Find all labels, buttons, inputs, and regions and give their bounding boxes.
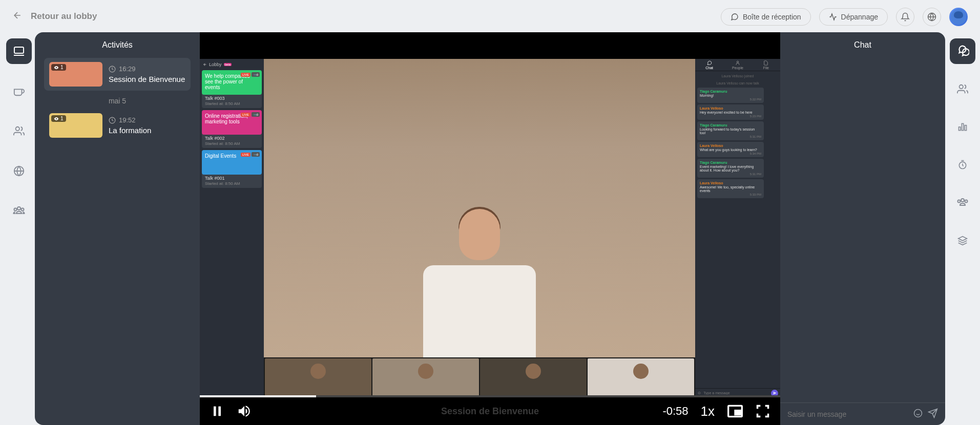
chat-message: Laura VellosoWhat are you guys looking t… bbox=[697, 142, 764, 157]
embedded-sidebar-right: Chat People File Laura Velloso joined La… bbox=[695, 59, 780, 397]
live-badge: LIVE bbox=[241, 113, 251, 117]
back-icon bbox=[203, 62, 207, 67]
nav-globe[interactable] bbox=[6, 158, 32, 184]
activity-title: Session de Bienvenue bbox=[109, 75, 185, 83]
viewers-badge: 1 bbox=[51, 64, 66, 71]
stream-card: LIVE📹0 Online registration, marketing to… bbox=[202, 110, 262, 148]
participant-thumb bbox=[265, 358, 371, 396]
eye-icon bbox=[54, 116, 59, 121]
chat-message: Tiago CaramuruEvent marketing! I love ev… bbox=[697, 159, 764, 178]
live-badge: LIVE bbox=[241, 73, 251, 77]
presenter-video bbox=[264, 59, 695, 357]
svg-point-9 bbox=[737, 61, 738, 62]
nav-layers[interactable] bbox=[950, 228, 975, 253]
chat-title: Chat bbox=[780, 32, 945, 58]
inbox-button[interactable]: Boîte de réception bbox=[721, 8, 811, 26]
svg-point-22 bbox=[965, 200, 968, 203]
eye-icon bbox=[54, 65, 59, 70]
activity-item[interactable]: 1 16:29 Session de Bienvenue bbox=[44, 58, 191, 91]
svg-point-21 bbox=[958, 200, 961, 203]
system-message: Laura Velloso can now talk bbox=[697, 80, 778, 86]
nav-polls[interactable] bbox=[950, 114, 975, 140]
svg-point-5 bbox=[14, 208, 17, 211]
left-nav bbox=[3, 32, 35, 425]
clock-icon bbox=[109, 66, 116, 73]
chat-message: Tiago CaramuruMorning!5:22 PM bbox=[697, 88, 764, 103]
embedded-sidebar-left: Lobby beta LIVE📹0 We help companies see … bbox=[200, 59, 264, 397]
svg-point-15 bbox=[960, 85, 963, 89]
participant-thumb bbox=[372, 358, 479, 396]
nav-community[interactable] bbox=[6, 198, 32, 224]
video-player: Lobby beta LIVE📹0 We help companies see … bbox=[200, 32, 780, 425]
nav-chat[interactable] bbox=[950, 38, 975, 64]
notifications-button[interactable] bbox=[896, 8, 914, 26]
heartbeat-icon bbox=[829, 13, 837, 21]
clock-icon bbox=[109, 117, 116, 124]
date-divider: mai 5 bbox=[44, 91, 191, 109]
nav-groups[interactable] bbox=[950, 190, 975, 216]
system-message: Laura Velloso joined bbox=[697, 73, 778, 79]
embedded-tab-chat: Chat bbox=[695, 59, 723, 71]
nav-people[interactable] bbox=[6, 118, 32, 144]
globe-icon bbox=[927, 12, 936, 22]
right-nav bbox=[948, 32, 977, 425]
chat-message: Tiago CaramuruLooking forward to today's… bbox=[697, 121, 764, 140]
activity-time: 16:29 bbox=[119, 65, 136, 73]
session-title: Session de Bienvenue bbox=[0, 406, 980, 417]
nav-timer[interactable] bbox=[950, 152, 975, 178]
embedded-tab-file: File bbox=[752, 59, 780, 71]
inbox-label: Boîte de réception bbox=[743, 13, 801, 21]
svg-point-20 bbox=[961, 199, 964, 202]
back-label[interactable]: Retour au lobby bbox=[31, 11, 97, 22]
svg-rect-1 bbox=[14, 47, 24, 53]
activities-title: Activités bbox=[35, 32, 200, 58]
embedded-main-view bbox=[264, 59, 695, 397]
svg-point-4 bbox=[17, 207, 20, 210]
embedded-tab-people: People bbox=[723, 59, 752, 71]
activity-item[interactable]: 1 19:52 La formation bbox=[44, 109, 191, 142]
viewers-badge: 1 bbox=[51, 115, 66, 122]
activity-thumb: 1 bbox=[49, 62, 102, 87]
chat-bubble-icon bbox=[731, 13, 739, 21]
user-avatar[interactable] bbox=[949, 8, 968, 26]
svg-rect-17 bbox=[962, 123, 963, 130]
troubleshoot-label: Dépannage bbox=[841, 13, 878, 21]
stream-card: LIVE📹0 We help companies see the power o… bbox=[202, 70, 262, 108]
troubleshoot-button[interactable]: Dépannage bbox=[819, 8, 888, 26]
stream-card: LIVE📹0 Digital Events Talk #001Started a… bbox=[202, 150, 262, 188]
nav-attendees[interactable] bbox=[950, 76, 975, 102]
activity-title: La formation bbox=[109, 126, 151, 135]
lobby-label: Lobby bbox=[209, 62, 222, 67]
chat-message: Laura VellosoHey everyone! excited to be… bbox=[697, 104, 764, 120]
bell-icon bbox=[901, 12, 910, 22]
chat-messages bbox=[780, 58, 945, 402]
back-arrow-icon[interactable] bbox=[12, 10, 23, 23]
svg-rect-16 bbox=[959, 127, 961, 131]
participant-thumb bbox=[480, 358, 587, 396]
live-badge: LIVE bbox=[241, 153, 251, 157]
participant-thumb bbox=[588, 358, 694, 396]
activity-time: 19:52 bbox=[119, 116, 136, 124]
language-button[interactable] bbox=[923, 8, 941, 26]
svg-point-2 bbox=[16, 127, 19, 131]
nav-laptop[interactable] bbox=[6, 38, 32, 64]
embedded-chat-input bbox=[703, 391, 769, 395]
activity-thumb: 1 bbox=[49, 113, 102, 138]
svg-point-6 bbox=[22, 208, 24, 211]
nav-coffee[interactable] bbox=[6, 78, 32, 104]
beta-badge: beta bbox=[224, 63, 232, 66]
svg-rect-18 bbox=[965, 125, 966, 131]
chat-message: Laura VellosoAwesome! Me too, specially … bbox=[697, 179, 764, 198]
